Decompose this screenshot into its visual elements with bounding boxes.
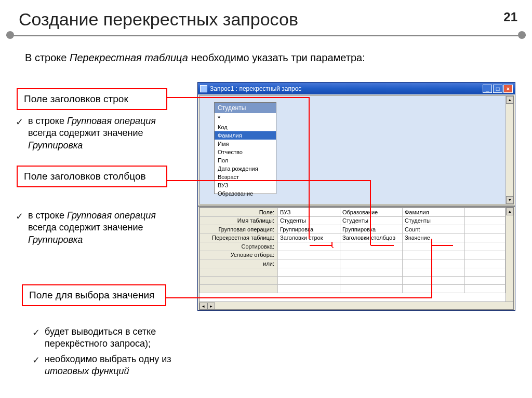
row-label: Условие отбора: <box>200 251 278 259</box>
grid-cell[interactable] <box>340 251 403 259</box>
text: В строке <box>25 52 70 63</box>
row-label: Поле: <box>200 208 278 217</box>
grid-cell[interactable] <box>278 268 340 276</box>
callout-value-field: Поле для выбора значения <box>22 284 166 306</box>
grid-cell[interactable] <box>465 251 506 259</box>
scroll-up-icon[interactable]: ▴ <box>506 96 513 104</box>
query-grid[interactable]: Поле:ВУЗОбразованиеФамилия Имя таблицы:С… <box>200 208 506 301</box>
grid-cell[interactable]: Значение <box>403 234 465 242</box>
grid-cell[interactable] <box>465 234 506 242</box>
callout-row-headers: Поле заголовков строк <box>17 88 167 110</box>
grid-cell[interactable] <box>465 225 506 234</box>
app-icon <box>200 85 207 92</box>
field-item[interactable]: Имя <box>215 140 276 148</box>
text: необходимо указать три параметра: <box>188 52 365 63</box>
grid-cell[interactable] <box>403 284 465 293</box>
row-label <box>200 268 278 276</box>
grid-cell[interactable] <box>340 284 403 293</box>
row-label: Имя таблицы: <box>200 216 278 225</box>
text-italic: Групповая операция <box>67 210 156 221</box>
grid-cell[interactable] <box>278 276 340 284</box>
table-header: Студенты <box>215 103 276 113</box>
design-grid: Поле:ВУЗОбразованиеФамилия Имя таблицы:С… <box>199 207 514 310</box>
grid-cell[interactable]: Фамилия <box>403 208 465 217</box>
grid-cell[interactable] <box>465 216 506 225</box>
grid-cell[interactable]: Группировка <box>340 225 403 234</box>
grid-cell[interactable] <box>278 242 340 251</box>
grid-cell[interactable] <box>340 276 403 284</box>
grid-cell[interactable] <box>278 251 340 259</box>
text-italic: итоговых функций <box>45 366 129 376</box>
design-pane: Студенты * Код Фамилия Имя Отчество Пол … <box>199 95 514 204</box>
row-label <box>200 284 278 293</box>
access-window: Запрос1 : перекрестный запрос _ □ × Студ… <box>197 82 515 311</box>
scrollbar-vertical[interactable]: ▴▾ <box>506 96 513 204</box>
grid-cell[interactable] <box>403 242 465 251</box>
field-item[interactable]: Образование <box>215 189 276 198</box>
field-item[interactable]: ВУЗ <box>215 181 276 189</box>
check-icon: ✓ <box>32 354 40 366</box>
grid-cell[interactable] <box>465 259 506 268</box>
window-title: Запрос1 : перекрестный запрос <box>210 85 482 92</box>
text: всегда содержит значение <box>28 222 143 232</box>
divider <box>6 35 526 36</box>
bullet-group-1: ✓ в строке Групповая операция всегда сод… <box>16 115 186 152</box>
grid-cell[interactable] <box>465 242 506 251</box>
maximize-button[interactable]: □ <box>493 85 502 93</box>
grid-cell[interactable]: Count <box>403 225 465 234</box>
field-item[interactable]: Код <box>215 123 276 131</box>
grid-cell[interactable]: Студенты <box>340 216 403 225</box>
field-item[interactable]: Пол <box>215 156 276 164</box>
grid-cell[interactable] <box>340 259 403 268</box>
grid-cell[interactable] <box>465 268 506 276</box>
close-button[interactable]: × <box>503 85 513 93</box>
check-icon: ✓ <box>16 116 23 128</box>
bullet-group-2: ✓ в строке Групповая операция всегда сод… <box>16 210 186 246</box>
grid-cell[interactable] <box>278 259 340 268</box>
scroll-nav-icon[interactable]: ▸ <box>207 303 215 309</box>
bullet-group-3: ✓будет выводиться в сетке перекрёстного … <box>32 326 209 381</box>
scroll-down-icon[interactable]: ▾ <box>506 196 513 204</box>
text: всегда содержит значение <box>28 128 143 138</box>
row-label: Групповая операция: <box>200 225 278 234</box>
grid-cell[interactable]: Заголовки столбцов <box>340 234 403 242</box>
titlebar: Запрос1 : перекрестный запрос _ □ × <box>198 83 515 94</box>
grid-cell[interactable] <box>403 268 465 276</box>
grid-cell[interactable] <box>340 268 403 276</box>
grid-cell[interactable] <box>465 276 506 284</box>
grid-cell[interactable] <box>403 276 465 284</box>
check-icon: ✓ <box>16 211 23 223</box>
grid-cell[interactable] <box>340 242 403 251</box>
row-label: Сортировка: <box>200 242 278 251</box>
row-label: Перекрестная таблица: <box>200 234 278 242</box>
grid-cell[interactable] <box>465 284 506 293</box>
callout-col-headers: Поле заголовков столбцов <box>17 166 167 187</box>
text-italic: Перекрестная таблица <box>70 52 188 63</box>
text: в строке <box>28 116 67 126</box>
grid-cell[interactable]: Студенты <box>403 216 465 225</box>
scrollbar-vertical[interactable]: ▴▾ <box>506 208 513 309</box>
text: необходимо выбрать одну из <box>45 354 171 364</box>
grid-cell[interactable] <box>403 259 465 268</box>
grid-cell[interactable] <box>465 208 506 217</box>
field-item[interactable]: * <box>215 113 276 123</box>
scroll-left-icon[interactable]: ◂ <box>200 303 207 309</box>
divider-dot <box>6 31 14 39</box>
scrollbar-horizontal[interactable]: ◂▸ <box>200 301 513 309</box>
grid-cell[interactable]: Образование <box>340 208 403 217</box>
row-label: или: <box>200 259 278 268</box>
page-title: Создание перекрестных запросов <box>19 9 298 30</box>
text-italic: Групповая операция <box>67 116 156 126</box>
subtitle: В строке Перекрестная таблица необходимо… <box>25 52 365 64</box>
minimize-button[interactable]: _ <box>483 85 492 93</box>
text: в строке <box>28 210 67 221</box>
field-item[interactable]: Отчество <box>215 148 276 156</box>
text-italic: Группировка <box>28 140 83 150</box>
field-item-selected[interactable]: Фамилия <box>215 131 276 140</box>
scroll-up-icon[interactable]: ▴ <box>506 208 513 215</box>
field-item[interactable]: Дата рождения <box>215 164 276 173</box>
text: будет выводиться в сетке перекрёстного з… <box>45 326 209 350</box>
grid-cell[interactable] <box>403 251 465 259</box>
grid-cell[interactable] <box>278 284 340 293</box>
text-italic: Группировка <box>28 235 83 245</box>
